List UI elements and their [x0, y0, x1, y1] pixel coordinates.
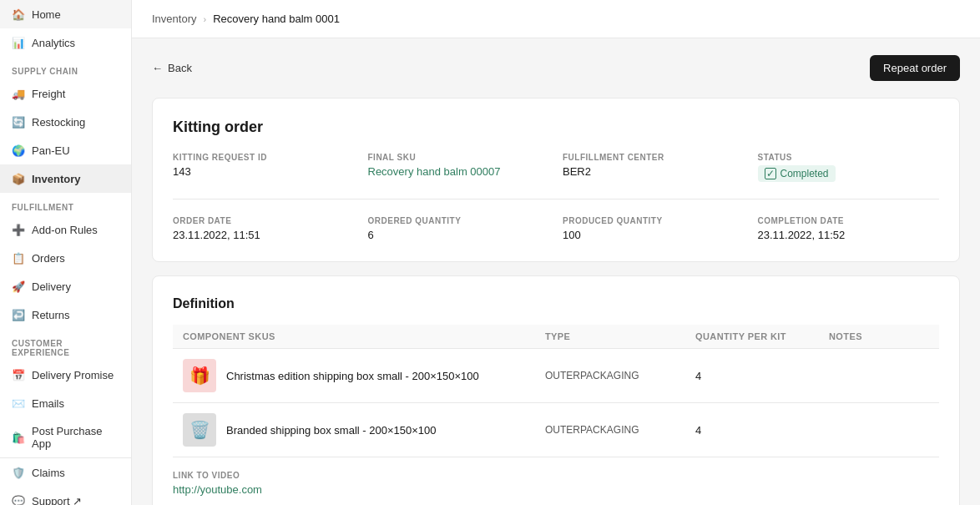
status-text: Completed: [780, 168, 829, 179]
breadcrumb-chevron-icon: ›: [203, 14, 206, 24]
meta-divider: [173, 199, 939, 199]
col-header-notes: Notes: [829, 331, 929, 341]
returns-icon: ↩️: [12, 308, 25, 321]
freight-icon: 🚚: [12, 87, 25, 100]
ordered-quantity-field: ORDERED QUANTITY 6: [368, 216, 550, 241]
page-header: ← Back Repeat order: [152, 55, 960, 81]
sidebar-item-delivery[interactable]: 🚀 Delivery: [0, 272, 131, 300]
order-date-value: 23.11.2022, 11:51: [173, 229, 355, 241]
sidebar-item-analytics[interactable]: 📊 Analytics: [0, 28, 131, 57]
ordered-quantity-label: ORDERED QUANTITY: [368, 216, 550, 225]
sku-qty-1: 4: [695, 370, 829, 382]
delivery-icon: 🚀: [12, 280, 25, 293]
kitting-order-meta-2: ORDER DATE 23.11.2022, 11:51 ORDERED QUA…: [173, 216, 939, 241]
produced-quantity-label: PRODUCED QUANTITY: [563, 216, 745, 225]
sku-image-1: 🎁: [183, 359, 216, 392]
supply-chain-section-label: SUPPLY CHAIN: [0, 57, 131, 79]
sidebar-item-claims[interactable]: 🛡️ Claims: [0, 458, 131, 487]
sku-name-1: Christmas edition shipping box small - 2…: [226, 370, 479, 382]
breadcrumb-inventory[interactable]: Inventory: [152, 13, 196, 25]
sidebar-item-addon-rules[interactable]: ➕ Add-on Rules: [0, 215, 131, 244]
restocking-icon: 🔄: [12, 115, 25, 129]
produced-quantity-value: 100: [563, 229, 745, 241]
final-sku-label: FINAL SKU: [368, 153, 550, 162]
delivery-promise-icon: 📅: [12, 368, 25, 381]
status-check-icon: ✓: [765, 168, 776, 179]
sidebar-item-support[interactable]: 💬 Support ↗: [0, 487, 131, 505]
status-badge: ✓ Completed: [758, 165, 836, 182]
sidebar-item-inventory[interactable]: 📦 Inventory: [0, 164, 131, 193]
completion-date-field: COMPLETION DATE 23.11.2022, 11:52: [758, 216, 940, 241]
kitting-request-id-label: KITTING REQUEST ID: [173, 153, 355, 162]
sidebar-item-restocking[interactable]: 🔄 Restocking: [0, 108, 131, 136]
sidebar-item-emails[interactable]: ✉️ Emails: [0, 389, 131, 417]
support-icon: 💬: [12, 494, 25, 505]
col-header-sku: Component SKUs: [183, 331, 545, 341]
kitting-order-meta: KITTING REQUEST ID 143 FINAL SKU Recover…: [173, 153, 939, 182]
breadcrumb: Inventory › Recovery hand balm 0001: [152, 13, 340, 25]
status-field: STATUS ✓ Completed: [758, 153, 940, 182]
sku-name-2: Branded shipping box small - 200×150×100: [226, 424, 437, 437]
link-to-video-label: LINK TO VIDEO: [173, 471, 939, 480]
sku-type-2: OUTERPACKAGING: [545, 424, 695, 436]
completion-date-value: 23.11.2022, 11:52: [758, 229, 940, 241]
sidebar-item-freight[interactable]: 🚚 Freight: [0, 79, 131, 108]
sidebar-item-orders[interactable]: 📋 Orders: [0, 244, 131, 272]
content-area: ← Back Repeat order Kitting order KITTIN…: [132, 38, 980, 505]
fulfillment-center-value: BER2: [563, 165, 745, 178]
order-date-field: ORDER DATE 23.11.2022, 11:51: [173, 216, 355, 241]
main-content: Inventory › Recovery hand balm 0001 ← Ba…: [132, 0, 980, 505]
final-sku-link[interactable]: Recovery hand balm 00007: [368, 165, 501, 178]
sku-cell-1: 🎁 Christmas edition shipping box small -…: [183, 359, 545, 392]
sidebar-item-delivery-promise[interactable]: 📅 Delivery Promise: [0, 361, 131, 389]
repeat-order-button[interactable]: Repeat order: [870, 55, 960, 81]
kitting-order-title: Kitting order: [173, 119, 939, 136]
sku-qty-2: 4: [695, 424, 829, 437]
order-date-label: ORDER DATE: [173, 216, 355, 225]
pan-eu-icon: 🌍: [12, 144, 25, 157]
kitting-request-id-value: 143: [173, 165, 355, 178]
orders-icon: 📋: [12, 251, 25, 265]
sku-cell-2: 🗑️ Branded shipping box small - 200×150×…: [183, 413, 545, 447]
kitting-order-card: Kitting order KITTING REQUEST ID 143 FIN…: [152, 98, 960, 262]
back-arrow-icon: ←: [152, 62, 163, 74]
addon-rules-icon: ➕: [12, 223, 25, 236]
definition-title: Definition: [173, 296, 939, 311]
sidebar-item-returns[interactable]: ↩️ Returns: [0, 300, 131, 329]
col-header-type: Type: [545, 331, 695, 341]
post-purchase-icon: 🛍️: [12, 431, 25, 444]
sidebar: 🏠 Home 📊 Analytics SUPPLY CHAIN 🚚 Freigh…: [0, 0, 132, 505]
status-value: ✓ Completed: [758, 165, 940, 182]
final-sku-field: FINAL SKU Recovery hand balm 00007: [368, 153, 550, 182]
sidebar-item-pan-eu[interactable]: 🌍 Pan-EU: [0, 136, 131, 164]
fulfillment-center-field: FULFILLMENT CENTER BER2: [563, 153, 745, 182]
video-link[interactable]: http://youtube.com: [173, 483, 262, 496]
breadcrumb-current: Recovery hand balm 0001: [213, 13, 340, 25]
ordered-quantity-value: 6: [368, 229, 550, 241]
table-row: 🗑️ Branded shipping box small - 200×150×…: [173, 403, 939, 457]
table-row: 🎁 Christmas edition shipping box small -…: [173, 349, 939, 403]
status-label: STATUS: [758, 153, 940, 162]
fulfillment-center-label: FULFILLMENT CENTER: [563, 153, 745, 162]
inventory-icon: 📦: [12, 172, 25, 185]
emails-icon: ✉️: [12, 396, 25, 410]
fulfillment-section-label: FULFILLMENT: [0, 193, 131, 215]
link-to-video-value: http://youtube.com: [173, 483, 939, 496]
definition-card: Definition Component SKUs Type Quantity …: [152, 275, 960, 505]
final-sku-value: Recovery hand balm 00007: [368, 165, 550, 178]
sidebar-item-post-purchase[interactable]: 🛍️ Post Purchase App: [0, 417, 131, 457]
sku-image-2: 🗑️: [183, 413, 216, 447]
back-button[interactable]: ← Back: [152, 62, 192, 74]
col-header-qty: Quantity per kit: [695, 331, 829, 341]
definition-table-header: Component SKUs Type Quantity per kit Not…: [173, 325, 939, 349]
cx-section-label: CUSTOMER EXPERIENCE: [0, 329, 131, 361]
topbar: Inventory › Recovery hand balm 0001: [132, 0, 980, 38]
home-icon: 🏠: [12, 8, 25, 21]
sku-type-1: OUTERPACKAGING: [545, 370, 695, 381]
sidebar-item-home[interactable]: 🏠 Home: [0, 0, 131, 28]
analytics-icon: 📊: [12, 36, 25, 49]
claims-icon: 🛡️: [12, 466, 25, 479]
produced-quantity-field: PRODUCED QUANTITY 100: [563, 216, 745, 241]
completion-date-label: COMPLETION DATE: [758, 216, 940, 225]
link-to-video-section: LINK TO VIDEO http://youtube.com: [173, 471, 939, 496]
